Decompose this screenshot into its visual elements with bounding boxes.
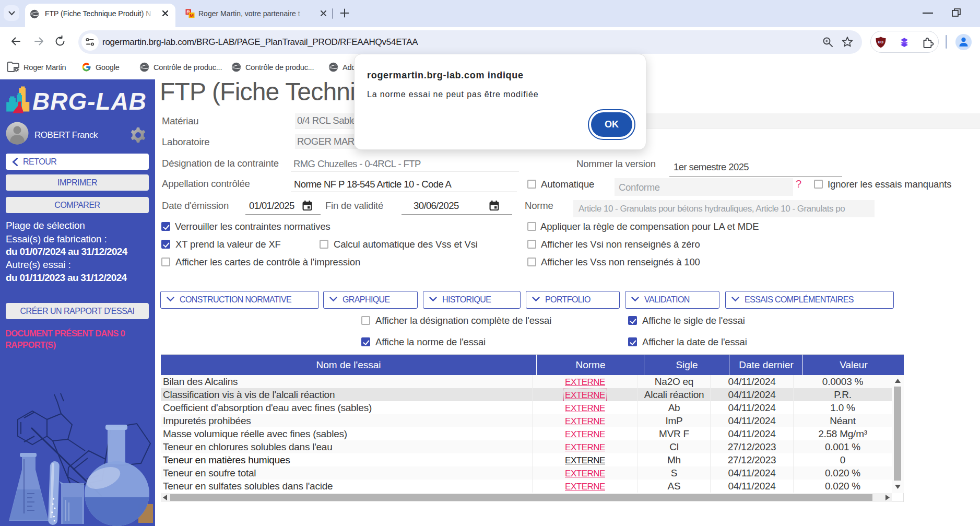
svg-text:M: M xyxy=(190,13,194,18)
svg-text:uO: uO xyxy=(878,40,884,44)
